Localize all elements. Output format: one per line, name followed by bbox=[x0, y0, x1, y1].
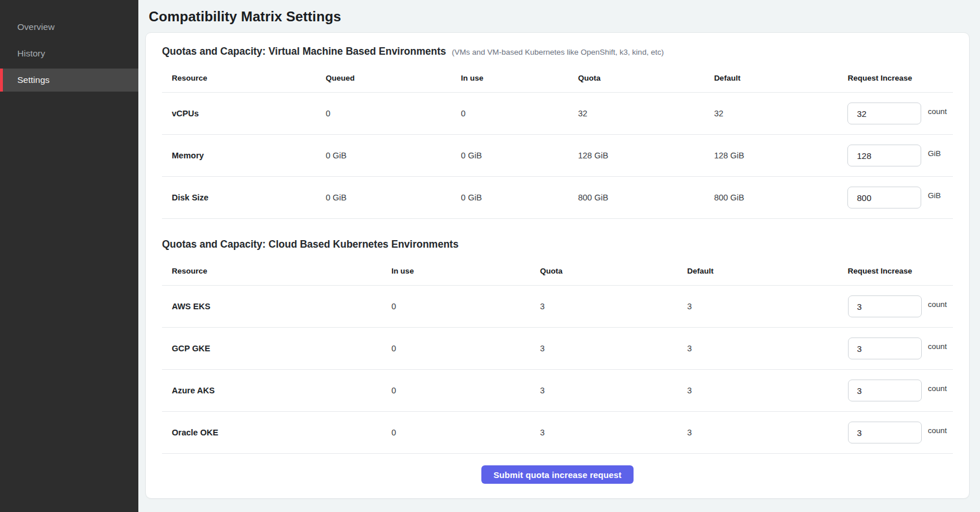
column-header: Resource bbox=[162, 71, 326, 93]
sidebar-item-label: Overview bbox=[17, 22, 55, 32]
unit-label: count bbox=[928, 300, 947, 309]
request-increase-wrap: count bbox=[848, 422, 953, 443]
sidebar-item-overview[interactable]: Overview bbox=[0, 16, 138, 39]
page-header: Compatibility Matrix Settings bbox=[145, 0, 970, 32]
value-cell: 3 bbox=[687, 286, 848, 328]
page-title: Compatibility Matrix Settings bbox=[149, 9, 970, 25]
value-cell: 800 GiB bbox=[578, 177, 714, 219]
column-header: Quota bbox=[578, 71, 714, 93]
value-cell: 3 bbox=[687, 328, 848, 370]
value-cell: 3 bbox=[540, 412, 687, 454]
value-cell: 32 bbox=[714, 93, 848, 135]
request-increase-cell: count bbox=[848, 286, 953, 328]
value-cell: 0 bbox=[391, 370, 540, 412]
column-header: Resource bbox=[162, 264, 391, 286]
value-cell: 0 bbox=[391, 286, 540, 328]
quota-table: ResourceIn useQuotaDefaultRequest Increa… bbox=[162, 264, 953, 454]
request-increase-wrap: count bbox=[848, 295, 953, 317]
value-cell: 0 GiB bbox=[326, 135, 461, 177]
sidebar-item-history[interactable]: History bbox=[0, 42, 138, 65]
column-header: Request Increase bbox=[848, 264, 953, 286]
sections: Quotas and Capacity: Virtual Machine Bas… bbox=[162, 45, 953, 454]
column-header: Queued bbox=[326, 71, 461, 93]
app-root: Overview History Settings Compatibility … bbox=[0, 0, 980, 512]
section-title: Quotas and Capacity: Virtual Machine Bas… bbox=[162, 45, 446, 58]
request-increase-wrap: count bbox=[847, 103, 953, 124]
resource-name-cell: AWS EKS bbox=[162, 286, 391, 328]
main-content: Compatibility Matrix Settings Quotas and… bbox=[138, 0, 980, 512]
header-row: ResourceQueuedIn useQuotaDefaultRequest … bbox=[162, 71, 953, 93]
sidebar-item-label: History bbox=[17, 48, 45, 59]
value-cell: 0 bbox=[461, 93, 578, 135]
value-cell: 0 GiB bbox=[461, 135, 578, 177]
unit-label: GiB bbox=[928, 191, 941, 200]
value-cell: 0 GiB bbox=[461, 177, 578, 219]
request-increase-input[interactable] bbox=[848, 295, 922, 317]
request-increase-wrap: count bbox=[848, 337, 953, 359]
value-cell: 0 bbox=[391, 412, 540, 454]
column-header: In use bbox=[461, 71, 578, 93]
header-row: ResourceIn useQuotaDefaultRequest Increa… bbox=[162, 264, 953, 286]
column-header: In use bbox=[391, 264, 540, 286]
value-cell: 3 bbox=[540, 370, 687, 412]
value-cell: 32 bbox=[578, 93, 714, 135]
table-row: GCP GKE033count bbox=[162, 328, 953, 370]
resource-name-cell: vCPUs bbox=[162, 93, 326, 135]
button-row: Submit quota increase request bbox=[162, 465, 953, 484]
table-row: AWS EKS033count bbox=[162, 286, 953, 328]
column-header: Default bbox=[714, 71, 848, 93]
request-increase-wrap: GiB bbox=[847, 187, 953, 208]
request-increase-input[interactable] bbox=[847, 103, 921, 124]
resource-name-cell: GCP GKE bbox=[162, 328, 391, 370]
section-heading: Quotas and Capacity: Cloud Based Kuberne… bbox=[162, 238, 953, 251]
request-increase-cell: count bbox=[847, 93, 953, 135]
section-heading: Quotas and Capacity: Virtual Machine Bas… bbox=[162, 45, 953, 58]
column-header: Default bbox=[687, 264, 848, 286]
table-row: Disk Size0 GiB0 GiB800 GiB800 GiBGiB bbox=[162, 177, 953, 219]
request-increase-cell: count bbox=[848, 370, 953, 412]
unit-label: count bbox=[928, 107, 947, 116]
unit-label: count bbox=[928, 342, 947, 351]
value-cell: 3 bbox=[687, 412, 848, 454]
value-cell: 800 GiB bbox=[714, 177, 848, 219]
value-cell: 128 GiB bbox=[714, 135, 848, 177]
request-increase-wrap: GiB bbox=[847, 145, 953, 166]
request-increase-input[interactable] bbox=[847, 187, 921, 208]
unit-label: count bbox=[928, 384, 947, 393]
settings-card: Quotas and Capacity: Virtual Machine Bas… bbox=[145, 32, 970, 499]
request-increase-cell: GiB bbox=[847, 135, 953, 177]
sidebar: Overview History Settings bbox=[0, 0, 138, 512]
table-row: Azure AKS033count bbox=[162, 370, 953, 412]
value-cell: 0 bbox=[326, 93, 461, 135]
quota-section: Quotas and Capacity: Cloud Based Kuberne… bbox=[162, 238, 953, 454]
unit-label: count bbox=[928, 426, 947, 435]
table-row: Oracle OKE033count bbox=[162, 412, 953, 454]
value-cell: 0 GiB bbox=[326, 177, 461, 219]
resource-name-cell: Memory bbox=[162, 135, 326, 177]
request-increase-cell: count bbox=[848, 412, 953, 454]
submit-quota-button[interactable]: Submit quota increase request bbox=[481, 465, 634, 484]
value-cell: 0 bbox=[391, 328, 540, 370]
request-increase-cell: count bbox=[848, 328, 953, 370]
table-row: Memory0 GiB0 GiB128 GiB128 GiBGiB bbox=[162, 135, 953, 177]
request-increase-input[interactable] bbox=[847, 145, 921, 166]
request-increase-wrap: count bbox=[848, 380, 953, 401]
column-header: Request Increase bbox=[847, 71, 953, 93]
value-cell: 128 GiB bbox=[578, 135, 714, 177]
resource-name-cell: Azure AKS bbox=[162, 370, 391, 412]
resource-name-cell: Oracle OKE bbox=[162, 412, 391, 454]
section-title: Quotas and Capacity: Cloud Based Kuberne… bbox=[162, 238, 458, 251]
section-subtitle: (VMs and VM-based Kubernetes like OpenSh… bbox=[452, 48, 664, 56]
table-row: vCPUs003232count bbox=[162, 93, 953, 135]
value-cell: 3 bbox=[540, 328, 687, 370]
request-increase-cell: GiB bbox=[847, 177, 953, 219]
sidebar-item-label: Settings bbox=[17, 75, 50, 85]
request-increase-input[interactable] bbox=[848, 380, 922, 401]
request-increase-input[interactable] bbox=[848, 337, 922, 359]
sidebar-item-settings[interactable]: Settings bbox=[0, 69, 138, 92]
resource-name-cell: Disk Size bbox=[162, 177, 326, 219]
request-increase-input[interactable] bbox=[848, 422, 922, 443]
unit-label: GiB bbox=[928, 149, 941, 158]
quota-section: Quotas and Capacity: Virtual Machine Bas… bbox=[162, 45, 953, 219]
value-cell: 3 bbox=[540, 286, 687, 328]
